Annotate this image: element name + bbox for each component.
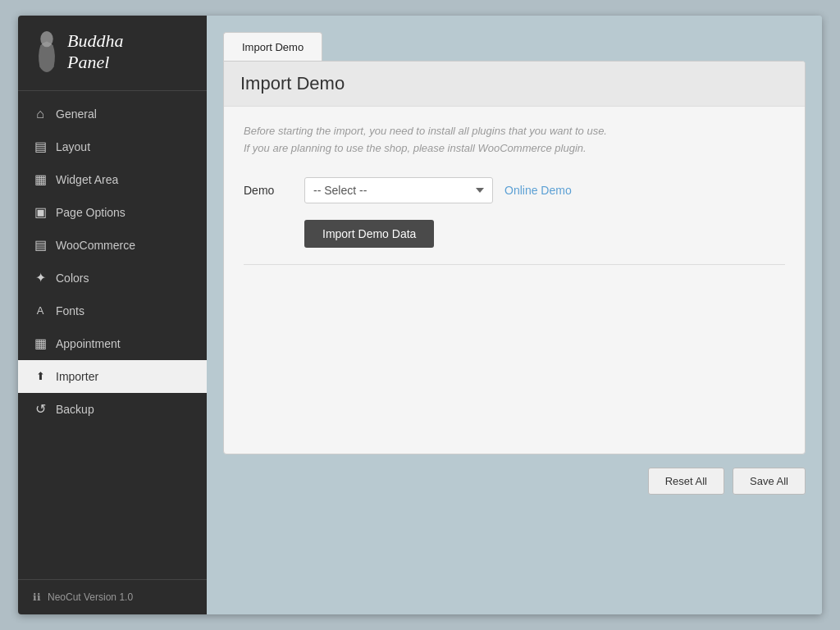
widget-icon <box>33 172 48 187</box>
sidebar-label-importer: Importer <box>56 370 98 383</box>
sidebar-label-woocommerce: WooCommerce <box>56 239 135 252</box>
logo-text: Buddha Panel <box>67 30 123 74</box>
panel-body: Before starting the import, you need to … <box>224 107 805 281</box>
reset-all-button[interactable]: Reset All <box>648 468 724 495</box>
sidebar-item-fonts[interactable]: Fonts <box>18 294 207 327</box>
demo-select[interactable]: -- Select -- <box>304 177 493 203</box>
sidebar-label-backup: Backup <box>56 403 94 416</box>
sidebar-label-general: General <box>56 107 97 121</box>
woo-icon <box>33 238 48 253</box>
main-content: Import Demo Import Demo Before starting … <box>207 16 822 614</box>
page-icon <box>33 205 48 220</box>
sidebar-logo: Buddha Panel <box>18 16 207 91</box>
panel-title: Import Demo <box>240 73 788 94</box>
import-btn-row: Import Demo Data <box>244 220 785 248</box>
sidebar-item-colors[interactable]: Colors <box>18 262 207 294</box>
version-label: NeoCut Version 1.0 <box>48 591 133 603</box>
fonts-icon <box>33 304 48 318</box>
sidebar-item-layout[interactable]: Layout <box>18 130 207 163</box>
demo-label: Demo <box>244 184 293 197</box>
colors-icon <box>33 271 48 285</box>
sidebar-label-appointment: Appointment <box>56 337 121 350</box>
sidebar-label-colors: Colors <box>56 272 89 285</box>
appt-icon <box>33 336 48 351</box>
save-all-button[interactable]: Save All <box>733 468 806 495</box>
import-demo-button[interactable]: Import Demo Data <box>304 220 434 248</box>
sidebar-label-fonts: Fonts <box>56 304 84 317</box>
sidebar-item-woocommerce[interactable]: WooCommerce <box>18 229 207 262</box>
tab-import-demo[interactable]: Import Demo <box>223 32 322 62</box>
sidebar-item-widget-area[interactable]: Widget Area <box>18 163 207 196</box>
sidebar-item-page-options[interactable]: Page Options <box>18 196 207 229</box>
demo-form-row: Demo -- Select -- Online Demo <box>244 177 785 203</box>
sidebar-item-importer[interactable]: Importer <box>18 360 207 393</box>
footer-actions: Reset All Save All <box>223 468 806 495</box>
home-icon <box>33 107 48 121</box>
panel-header: Import Demo <box>224 62 805 107</box>
sidebar-item-general[interactable]: General <box>18 98 207 130</box>
sidebar: Buddha Panel General Layout Widget Area … <box>18 16 207 614</box>
sidebar-label-page-options: Page Options <box>56 206 126 219</box>
layout-icon <box>33 139 48 154</box>
tab-bar: Import Demo <box>223 32 806 62</box>
backup-icon <box>33 402 48 417</box>
import-panel: Import Demo Before starting the import, … <box>223 61 806 454</box>
sidebar-footer: ℹ NeoCut Version 1.0 <box>18 579 207 614</box>
info-icon: ℹ <box>33 591 41 603</box>
divider <box>244 264 785 265</box>
logo-icon <box>34 31 59 72</box>
sidebar-label-widget-area: Widget Area <box>56 173 118 186</box>
info-text: Before starting the import, you need to … <box>244 123 785 158</box>
sidebar-item-backup[interactable]: Backup <box>18 393 207 426</box>
import-icon <box>33 369 48 384</box>
sidebar-label-layout: Layout <box>56 140 90 153</box>
online-demo-link[interactable]: Online Demo <box>504 184 572 197</box>
sidebar-item-appointment[interactable]: Appointment <box>18 327 207 360</box>
sidebar-nav: General Layout Widget Area Page Options … <box>18 91 207 579</box>
